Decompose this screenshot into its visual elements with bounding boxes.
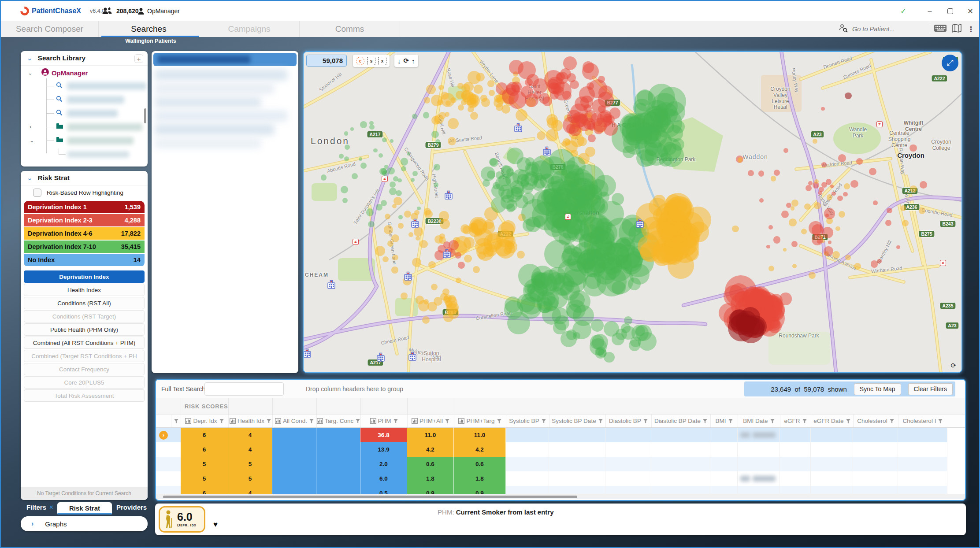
folder-icon — [56, 123, 63, 131]
minimize-button[interactable]: – — [922, 1, 938, 21]
table-cell: 11.0 — [407, 428, 454, 442]
map-panel[interactable]: Stonecot HillAbbotts RoadSaint Dunstan's… — [303, 51, 962, 373]
risk-score-button[interactable]: Combined (All RST Conditions + PHM) — [24, 337, 145, 349]
tree-item-search[interactable] — [21, 80, 148, 92]
row-expand-cell[interactable]: › — [156, 428, 171, 442]
column-header[interactable]: Targ. Conc — [316, 415, 360, 427]
column-header[interactable]: Cholesterol — [853, 415, 898, 427]
column-header[interactable]: Cholesterol I — [898, 415, 947, 427]
column-header[interactable]: BMI — [710, 415, 738, 427]
road-shield: A23 — [945, 322, 959, 329]
risk-band-row[interactable]: Deprivation Index 11,539 — [24, 201, 145, 213]
column-header[interactable]: PHM+All — [407, 415, 454, 427]
tree-item-search[interactable] — [21, 94, 148, 105]
tab-providers[interactable]: Providers — [116, 504, 147, 511]
subtab-wallington-patients[interactable]: Wallington Patients — [111, 38, 190, 44]
column-header[interactable]: PHM — [360, 415, 407, 427]
graphs-panel[interactable]: › Graphs — [21, 516, 148, 531]
column-header[interactable]: Diastolic BP — [605, 415, 651, 427]
scrollbar-thumb[interactable] — [144, 108, 146, 123]
row-expand-cell[interactable] — [156, 471, 171, 486]
tree-caret-icon[interactable]: ⌄ — [30, 137, 34, 144]
column-header[interactable]: Depr. Idx — [181, 415, 228, 427]
column-header[interactable] — [171, 415, 181, 427]
table-cell — [506, 457, 549, 471]
risk-score-button[interactable]: Public Health (PHM Only) — [24, 323, 145, 336]
map-view-icon[interactable] — [951, 23, 962, 35]
column-header[interactable]: All Cond. — [272, 415, 316, 427]
risk-band-row[interactable]: Deprivation Index 4-617,822 — [24, 227, 145, 240]
clear-selection-tool[interactable]: x — [378, 57, 386, 65]
table-row[interactable]: 552.00.60.6 — [156, 457, 965, 471]
risk-band-row[interactable]: No Index14 — [24, 254, 145, 266]
risk-score-button[interactable]: Deprivation Index — [24, 270, 145, 283]
refresh-icon[interactable]: ⟳ — [404, 57, 409, 65]
tab-searches[interactable]: Searches — [99, 21, 199, 37]
redacted-list-panel — [152, 51, 298, 373]
scrollbar-thumb[interactable] — [163, 496, 577, 498]
hospital-icon — [542, 146, 552, 156]
risk-band-row[interactable]: Deprivation Index 2-34,288 — [24, 214, 145, 226]
tab-search-composer[interactable]: Search Composer — [1, 21, 99, 37]
hospital-icon — [635, 218, 645, 228]
row-expand-icon[interactable]: › — [159, 431, 168, 440]
tab-filters[interactable]: Filters — [26, 504, 46, 511]
tab-campaigns[interactable]: Campaigns — [199, 21, 300, 37]
table-row[interactable]: 640.50.90.9 — [156, 486, 965, 494]
add-search-button[interactable]: + — [134, 54, 143, 63]
redacted-label — [67, 151, 129, 158]
sync-to-map-button[interactable]: Sync To Map — [854, 383, 901, 395]
tree-caret-icon[interactable]: › — [30, 124, 31, 130]
column-header[interactable]: Systolic BP Date — [549, 415, 605, 427]
tree-item-folder[interactable]: ⌄ — [21, 135, 148, 146]
column-header[interactable]: Diastolic BP Date — [651, 415, 710, 427]
horizontal-scrollbar[interactable] — [156, 494, 965, 499]
column-header[interactable]: eGFR Date — [811, 415, 853, 427]
push-up-icon[interactable]: ↑ — [412, 57, 415, 65]
column-header[interactable]: eGFR — [780, 415, 811, 427]
push-down-icon[interactable]: ↓ — [397, 57, 401, 65]
heart-icon[interactable]: ♥ — [213, 520, 218, 529]
tree-caret-icon[interactable]: ⌄ — [28, 70, 33, 76]
tree-item-search[interactable] — [21, 107, 148, 119]
filters-close-icon[interactable]: ✕ — [49, 504, 54, 511]
close-button[interactable]: ✕ — [962, 1, 978, 21]
select-square-tool[interactable]: s — [367, 57, 375, 65]
select-circle-tool[interactable]: c — [356, 57, 364, 65]
patient-search-icon — [839, 24, 848, 34]
tree-root-label: OpManager — [52, 69, 88, 77]
row-expand-cell[interactable] — [156, 442, 171, 457]
maximize-button[interactable] — [942, 1, 958, 21]
column-header[interactable]: Systolic BP — [506, 415, 549, 427]
row-expand-cell[interactable] — [156, 457, 171, 471]
row-expand-cell[interactable] — [156, 486, 171, 494]
risk-score-button[interactable]: Health Index — [24, 284, 145, 296]
table-cell — [651, 486, 710, 494]
clear-filters-button[interactable]: Clear Filters — [908, 383, 953, 395]
patient-table-panel: Full Text Search Drop column headers her… — [155, 379, 966, 501]
risk-score-button[interactable]: Conditions (RST All) — [24, 297, 145, 309]
full-text-search-input[interactable] — [204, 382, 284, 396]
map-reload-icon[interactable]: ⟳ — [950, 362, 956, 370]
collapse-chevron-icon[interactable]: ⌄ — [27, 54, 33, 62]
column-header[interactable]: BMI Date — [738, 415, 780, 427]
risk-band-row[interactable]: Deprivation Index 7-1035,415 — [24, 241, 145, 253]
column-header[interactable]: PHM+Targ — [454, 415, 506, 427]
tab-risk-strat[interactable]: Risk Strat — [57, 502, 112, 514]
expand-chevron-icon[interactable]: › — [31, 520, 33, 528]
tree-item-root[interactable]: ⌄OpManager — [21, 67, 148, 78]
tab-comms[interactable]: Comms — [300, 21, 400, 37]
table-row[interactable]: 6413.94.24.2 — [156, 442, 965, 457]
keyboard-icon[interactable] — [934, 23, 947, 35]
collapse-chevron-icon[interactable]: ⌄ — [27, 174, 33, 182]
risk-highlight-checkbox[interactable] — [33, 189, 41, 197]
map-fullscreen-button[interactable]: ⤢ — [942, 55, 958, 71]
tree-item-folder[interactable]: › — [21, 121, 148, 133]
tree-item-sub[interactable] — [21, 148, 148, 160]
goto-patient-input[interactable] — [851, 25, 926, 33]
road-shield: B283 — [442, 309, 458, 316]
kebab-menu-icon[interactable]: ⋮ — [967, 25, 975, 34]
table-row[interactable]: ›6436.811.011.0 — [156, 428, 965, 442]
column-header[interactable]: Health Idx — [228, 415, 272, 427]
table-row[interactable]: 556.01.81.8 — [156, 471, 965, 486]
